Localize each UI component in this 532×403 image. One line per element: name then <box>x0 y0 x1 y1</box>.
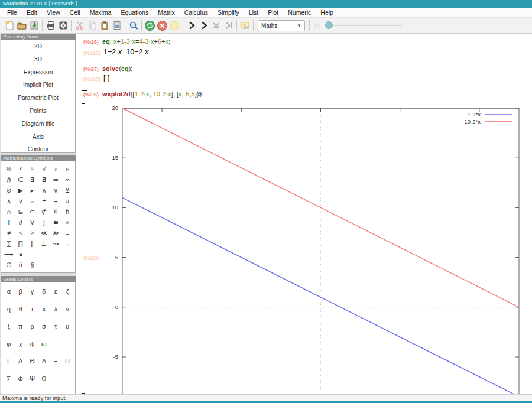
copy-icon[interactable] <box>86 20 98 32</box>
symbol-button[interactable]: ⇒ <box>50 174 61 185</box>
symbol-button[interactable]: ∝ <box>61 217 73 228</box>
symbol-button[interactable]: ∩ <box>3 206 15 217</box>
symbol-button[interactable]: ⋕ <box>3 217 15 228</box>
symbol-button[interactable]: ∅ <box>3 259 15 270</box>
menu-item-view[interactable]: View <box>42 8 65 17</box>
greek-letter-button[interactable]: τ <box>50 321 61 332</box>
menu-item-help[interactable]: Help <box>316 8 338 17</box>
greek-letter-button[interactable]: ε <box>50 286 61 297</box>
symbol-button[interactable]: ³ <box>27 164 38 174</box>
greek-letter-button[interactable]: γ <box>27 286 38 297</box>
input-cell-i28[interactable]: wxplot2d([1-2·x, 10-2·x], [x,-5,5])$ <box>102 90 202 98</box>
greek-letter-button[interactable]: υ <box>61 321 73 332</box>
symbol-button[interactable]: ℏ <box>3 174 15 185</box>
menu-item-list[interactable]: List <box>244 8 263 17</box>
symbol-button[interactable]: ⊄ <box>38 206 50 217</box>
symbol-button[interactable]: ∧ <box>38 185 50 196</box>
greek-letter-button[interactable]: ψ <box>27 339 38 349</box>
menu-item-calculus[interactable]: Calculus <box>180 8 213 17</box>
menu-item-matrix[interactable]: Matrix <box>153 8 180 17</box>
greek-letter-button[interactable]: λ <box>50 304 61 314</box>
greek-letter-button[interactable]: Δ <box>15 356 27 366</box>
draw-button-contour[interactable]: Contour <box>1 143 75 153</box>
symbol-button[interactable]: ¢ <box>50 206 61 217</box>
draw-button-points[interactable]: Points <box>1 105 75 118</box>
menu-item-simplify[interactable]: Simplify <box>213 8 244 17</box>
menu-item-equations[interactable]: Equations <box>116 8 153 17</box>
symbol-button[interactable]: ⅇ <box>61 164 73 174</box>
symbol-button[interactable]: § <box>27 259 38 270</box>
symbol-button[interactable]: ⟶ <box>3 249 15 259</box>
symbol-button[interactable]: ≡ <box>61 228 73 238</box>
evaluate-to-point-icon[interactable] <box>210 20 222 32</box>
interrupt-icon[interactable] <box>156 20 168 32</box>
greek-letter-button[interactable]: ρ <box>27 321 38 332</box>
greek-letters-panel-header[interactable]: Greek Letters <box>1 276 76 282</box>
symbol-button[interactable]: ü <box>15 259 27 270</box>
plot-image[interactable]: 20151050-51-2*x10-2*x <box>95 106 527 394</box>
symbol-button[interactable]: ↝ <box>50 238 61 249</box>
draw-button-3d[interactable]: 3D <box>1 53 75 66</box>
slider-knob[interactable] <box>325 21 333 29</box>
preferences-icon[interactable] <box>57 20 69 32</box>
symbol-button[interactable]: ¬ <box>50 196 61 206</box>
greek-letter-button[interactable]: ω <box>38 339 50 349</box>
greek-letter-button[interactable]: ν <box>61 304 73 314</box>
math-symbols-panel-header[interactable]: Mathematical Symbols <box>1 155 76 161</box>
symbol-button[interactable]: ≤ <box>15 228 27 238</box>
menu-item-cell[interactable]: Cell <box>65 8 85 17</box>
greek-letter-button[interactable]: Ξ <box>50 356 61 366</box>
evaluate-all-icon[interactable] <box>197 20 210 32</box>
symbol-button[interactable]: ∂ <box>15 217 27 228</box>
symbol-button[interactable]: ħ <box>61 206 73 217</box>
animation-speed-slider[interactable] <box>325 20 402 31</box>
symbol-button[interactable]: ∇ <box>27 217 38 228</box>
symbol-button[interactable]: √ <box>38 164 50 174</box>
slider-track[interactable] <box>330 25 402 26</box>
recalculate-icon[interactable] <box>144 20 156 32</box>
symbol-button[interactable]: ≠ <box>3 228 15 238</box>
input-cell-i27[interactable]: solve(eq); <box>102 65 132 72</box>
symbol-button[interactable]: → <box>61 238 73 249</box>
menu-item-maxima[interactable]: Maxima <box>85 8 116 17</box>
symbol-button[interactable]: ⅈ <box>50 164 61 174</box>
symbol-button[interactable]: ▸ <box>27 185 38 196</box>
symbol-button[interactable]: ≪ <box>38 228 50 238</box>
find-icon[interactable] <box>127 20 140 32</box>
greek-letter-button[interactable]: ι <box>27 304 38 314</box>
symbol-button[interactable]: ∞ <box>61 174 73 185</box>
greek-letter-button[interactable]: κ <box>38 304 50 314</box>
draw-button-axis[interactable]: Axis <box>1 131 75 144</box>
greek-letter-button[interactable]: Π <box>61 356 73 366</box>
greek-letter-button[interactable]: Ω <box>38 373 50 384</box>
paste-icon[interactable] <box>98 20 111 32</box>
print-icon[interactable] <box>44 20 57 32</box>
symbol-button[interactable]: ² <box>15 164 27 174</box>
symbol-button[interactable]: ≫ <box>50 228 61 238</box>
greek-letter-button[interactable]: π <box>15 321 27 332</box>
draw-button-parametric-plot[interactable]: Parametric Plot <box>1 92 75 105</box>
symbol-button[interactable]: ∫ <box>38 217 50 228</box>
draw-button-expression[interactable]: Expression <box>1 66 75 79</box>
symbol-button[interactable]: ∏ <box>15 238 27 249</box>
symbol-button[interactable]: ∑ <box>3 238 15 249</box>
greek-letter-button[interactable]: η <box>3 304 15 314</box>
greek-letter-button[interactable]: β <box>15 286 27 297</box>
cell-bracket-i28[interactable] <box>82 90 87 394</box>
symbol-button[interactable]: ⇔ <box>27 196 38 206</box>
greek-letter-button[interactable]: Γ <box>3 356 15 366</box>
follow-icon[interactable] <box>168 20 181 32</box>
menu-item-plot[interactable]: Plot <box>263 8 283 17</box>
symbol-button[interactable]: ⊻ <box>61 185 73 196</box>
animation-frame-icon[interactable] <box>239 20 251 32</box>
greek-letter-button[interactable]: δ <box>38 286 50 297</box>
draw-button-diagram-title[interactable]: Diagram title <box>1 118 75 131</box>
greek-letter-button[interactable]: ξ <box>3 321 15 332</box>
input-cell-i26[interactable]: eq: x+1-3·x=4-3·x+6+x; <box>102 38 170 45</box>
greek-letter-button[interactable]: σ <box>38 321 50 332</box>
greek-letter-button[interactable]: α <box>3 286 15 297</box>
symbol-button[interactable]: ∈ <box>15 174 27 185</box>
symbol-button[interactable]: ± <box>38 196 50 206</box>
symbol-button[interactable]: ▶ <box>15 185 27 196</box>
symbol-button[interactable]: ≥ <box>27 228 38 238</box>
